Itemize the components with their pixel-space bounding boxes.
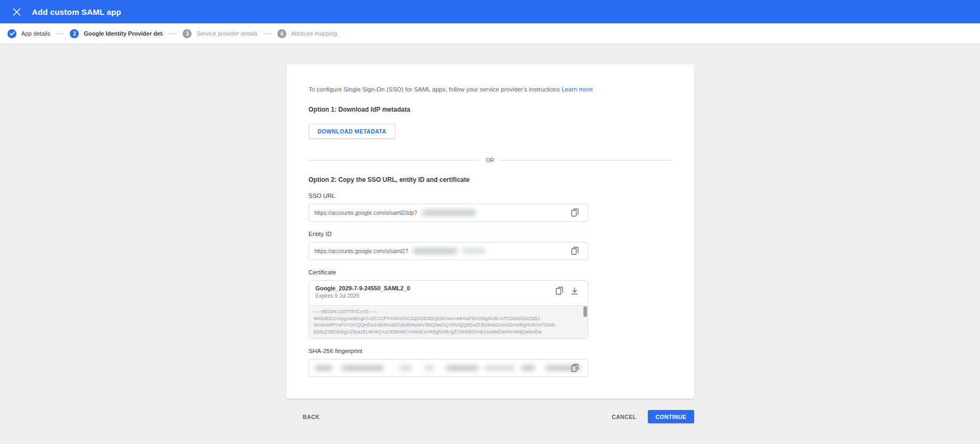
step-complete-check-icon: [7, 29, 17, 38]
stepper-step-service-provider-details[interactable]: 3 Service provider details: [183, 29, 257, 38]
certificate-scrollbar[interactable]: [583, 306, 587, 317]
intro-text: To configure Single Sign-On (SSO) for SA…: [309, 86, 672, 93]
sso-url-label: SSO URL: [309, 192, 672, 199]
close-icon: [13, 8, 21, 16]
certificate-text-line: MIIDdDCCAlygAwIBAgIGAZCcCPYXMA0GCSqGSIb3…: [314, 315, 580, 322]
intro-instructions: To configure Single Sign-On (SSO) for SA…: [309, 86, 560, 93]
sso-url-value: https://accounts.google.com/o/saml2/idp?: [315, 210, 417, 216]
download-metadata-button[interactable]: DOWNLOAD METADATA: [309, 124, 396, 139]
certificate-label: Certificate: [309, 269, 672, 275]
or-divider: OR: [309, 157, 672, 163]
close-button[interactable]: [10, 5, 23, 19]
redacted-value: [422, 210, 476, 216]
stepper-separator: [263, 33, 271, 34]
certificate-text-line: bmMuMRYwFAYDVQQHEw1Nb3VudGFpbiBWaWV3MQ8w…: [314, 322, 580, 329]
sha256-fingerprint-field[interactable]: [309, 359, 588, 377]
certificate-text-line: -----BEGIN CERTIFICATE-----: [314, 308, 580, 315]
step-number-badge: 3: [183, 29, 192, 38]
main-content: To configure Single Sign-On (SSO) for SA…: [0, 64, 980, 423]
divider-label: OR: [486, 157, 495, 163]
back-button[interactable]: BACK: [298, 411, 325, 423]
redacted-value: [484, 365, 515, 371]
stepper-separator: [56, 33, 64, 34]
step-label: App details: [21, 30, 50, 37]
certificate-header: Google_2029-7-9-24550_SAML2_0 Expires 9 …: [309, 281, 588, 305]
step-number-badge: 4: [277, 29, 286, 38]
step-label: Service provider details: [196, 30, 257, 37]
redacted-value: [521, 365, 535, 371]
entity-id-value: https://accounts.google.com/o/saml2?: [315, 248, 408, 254]
step-label: Attribute mapping: [291, 30, 337, 37]
option2-heading: Option 2: Copy the SSO URL, entity ID an…: [309, 176, 672, 183]
copy-sha256-button[interactable]: [570, 363, 580, 373]
wizard-footer: BACK CANCEL CONTINUE: [286, 410, 694, 423]
redacted-value: [399, 365, 413, 371]
sso-url-field[interactable]: https://accounts.google.com/o/saml2/idp?: [309, 204, 588, 222]
sha256-label: SHA-256 fingerprint: [309, 348, 672, 354]
redacted-value: [446, 365, 479, 371]
redacted-value: [424, 365, 435, 371]
redacted-fingerprint: [315, 365, 581, 371]
certificate-text-line: b2dsZSBGb3IgV29yazELMAkGA1UEBhMCVVMxEzAR…: [314, 329, 580, 336]
download-certificate-button[interactable]: [571, 286, 581, 296]
copy-certificate-button[interactable]: [556, 286, 565, 296]
saml-config-card: To configure Single Sign-On (SSO) for SA…: [286, 64, 694, 399]
redacted-value: [413, 248, 457, 254]
certificate-expiry: Expires 9 Jul 2029: [316, 293, 550, 299]
certificate-body[interactable]: -----BEGIN CERTIFICATE----- MIIDdDCCAlyg…: [309, 305, 588, 338]
certificate-card: Google_2029-7-9-24550_SAML2_0 Expires 9 …: [309, 280, 588, 339]
continue-button[interactable]: CONTINUE: [648, 410, 694, 423]
download-icon: [571, 287, 581, 295]
copy-sso-url-button[interactable]: [570, 207, 580, 218]
copy-icon: [571, 247, 579, 255]
copy-icon: [571, 208, 579, 217]
stepper-step-google-idp-details[interactable]: 2 Google Identity Provider details: [70, 29, 163, 38]
learn-more-link[interactable]: Learn more: [562, 86, 593, 93]
copy-icon: [556, 287, 565, 295]
divider-line: [309, 160, 480, 161]
redacted-value: [315, 365, 333, 371]
stepper-step-attribute-mapping[interactable]: 4 Attribute mapping: [277, 29, 337, 38]
stepper-separator: [169, 33, 177, 34]
entity-id-label: Entity ID: [309, 231, 672, 237]
option1-heading: Option 1: Download IdP metadata: [309, 106, 672, 113]
dialog-title: Add custom SAML app: [32, 7, 121, 16]
entity-id-field[interactable]: https://accounts.google.com/o/saml2?: [309, 242, 588, 260]
copy-icon: [571, 364, 579, 372]
step-label: Google Identity Provider details: [84, 30, 163, 37]
cancel-button[interactable]: CANCEL: [606, 411, 641, 423]
step-number-badge: 2: [70, 29, 79, 38]
dialog-header: Add custom SAML app: [0, 0, 980, 23]
wizard-stepper: App details 2 Google Identity Provider d…: [0, 23, 980, 44]
stepper-step-app-details[interactable]: App details: [7, 29, 50, 38]
redacted-value: [462, 248, 486, 254]
divider-line: [500, 160, 671, 161]
redacted-value: [341, 365, 384, 371]
copy-entity-id-button[interactable]: [570, 246, 580, 256]
certificate-name: Google_2029-7-9-24550_SAML2_0: [316, 285, 550, 291]
